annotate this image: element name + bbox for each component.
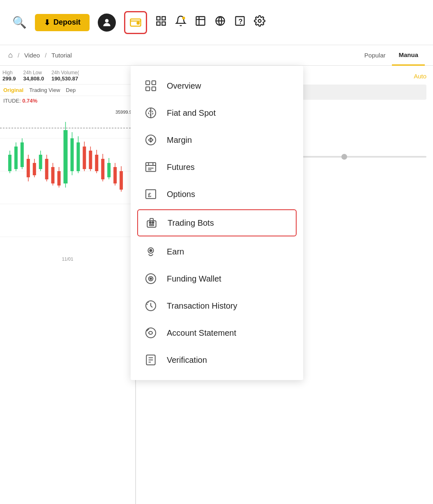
verification-icon xyxy=(143,352,159,368)
tab-original[interactable]: Original xyxy=(3,87,23,93)
svg-text:?: ? xyxy=(239,18,243,25)
menu-item-account-statement[interactable]: Account Statement xyxy=(131,319,303,346)
menu-item-options[interactable]: £ Options xyxy=(131,181,303,208)
svg-rect-4 xyxy=(157,17,160,20)
amplitude-val: 0.74% xyxy=(22,98,37,104)
options-label: Options xyxy=(167,190,195,199)
deposit-label: Deposit xyxy=(53,18,81,27)
svg-rect-63 xyxy=(146,87,150,91)
svg-text:£: £ xyxy=(148,192,151,198)
svg-rect-64 xyxy=(152,87,156,91)
svg-point-89 xyxy=(150,278,152,279)
tab-trading-view[interactable]: Trading View xyxy=(29,87,60,93)
chart-area: High 299.9 24h Low 34,808.0 24h Volume( … xyxy=(0,66,136,504)
chart-tabs: Original Trading View Dep xyxy=(0,85,135,96)
svg-rect-61 xyxy=(146,81,150,85)
menu-item-verification[interactable]: Verification xyxy=(131,346,303,373)
stat-low: 24h Low 34,808.0 xyxy=(23,70,44,82)
tab-dep[interactable]: Dep xyxy=(66,87,76,93)
menu-item-futures[interactable]: Futures xyxy=(131,153,303,181)
volume-label: 24h Volume( xyxy=(51,70,79,76)
deposit-icon: ⬇ xyxy=(44,18,50,27)
tab-manual[interactable]: Manua xyxy=(392,45,425,66)
stat-volume: 24h Volume( 190,530.87 xyxy=(51,70,79,82)
futures-icon xyxy=(143,159,159,175)
amplitude-label: ITUDE: xyxy=(3,98,22,104)
auto-label: Auto xyxy=(414,73,426,80)
earn-icon xyxy=(143,244,159,259)
top-bar-icons: 🔍 ⬇ Deposit xyxy=(12,11,265,34)
menu-item-earn[interactable]: Earn xyxy=(131,238,303,265)
main-area: High 299.9 24h Low 34,808.0 24h Volume( … xyxy=(0,66,433,504)
slider-thumb-right[interactable] xyxy=(341,154,347,160)
funding-wallet-label: Funding Wallet xyxy=(167,274,221,284)
transaction-history-label: Transaction History xyxy=(167,301,237,311)
menu-item-fiat-spot[interactable]: Fiat and Spot xyxy=(131,99,303,126)
breadcrumb-tutorial[interactable]: Tutorial xyxy=(51,52,71,59)
tab-popular[interactable]: Popular xyxy=(358,45,392,66)
account-statement-icon xyxy=(143,325,159,341)
svg-point-86 xyxy=(150,250,152,252)
search-button[interactable]: 🔍 xyxy=(12,16,27,29)
stats-row: High 299.9 24h Low 34,808.0 24h Volume( … xyxy=(0,66,135,85)
amplitude-row: ITUDE: 0.74% xyxy=(0,96,135,105)
svg-point-8 xyxy=(182,17,185,20)
breadcrumb-sep: / xyxy=(18,52,19,59)
svg-rect-62 xyxy=(152,81,156,85)
svg-rect-79 xyxy=(150,222,151,223)
svg-rect-2 xyxy=(137,22,139,24)
overview-label: Overview xyxy=(167,81,201,91)
help-icon[interactable]: ? xyxy=(234,15,246,30)
svg-point-91 xyxy=(146,328,156,338)
verification-label: Verification xyxy=(167,355,207,365)
menu-item-trading-bots[interactable]: Trading Bots xyxy=(137,209,297,236)
options-icon: £ xyxy=(143,186,159,202)
dropdown-menu: Overview Fiat and Spot Mar xyxy=(131,66,303,380)
margin-icon xyxy=(143,132,159,148)
home-icon[interactable]: ⌂ xyxy=(8,51,13,60)
menu-item-margin[interactable]: Margin xyxy=(131,126,303,153)
svg-rect-80 xyxy=(152,222,154,223)
high-val: 299.9 xyxy=(2,76,16,82)
margin-label: Margin xyxy=(167,135,192,145)
top-bar: 🔍 ⬇ Deposit xyxy=(0,0,433,45)
trading-bots-icon xyxy=(144,215,159,231)
settings-icon[interactable] xyxy=(254,15,265,30)
fiat-spot-label: Fiat and Spot xyxy=(167,108,216,118)
menu-item-funding-wallet[interactable]: Funding Wallet xyxy=(131,265,303,292)
fiat-icon xyxy=(143,105,159,121)
low-label: 24h Low xyxy=(23,70,44,76)
profile-icon[interactable] xyxy=(98,14,116,32)
breadcrumb: ⌂ / Video / Tutorial Popular Manua xyxy=(0,45,433,66)
low-val: 34,808.0 xyxy=(23,76,44,82)
transaction-history-icon xyxy=(143,298,159,314)
wallet-button[interactable] xyxy=(124,11,147,34)
menu-item-overview[interactable]: Overview xyxy=(131,72,303,99)
overview-icon xyxy=(143,78,159,94)
svg-rect-9 xyxy=(196,17,205,25)
svg-rect-6 xyxy=(157,22,160,25)
stat-high: High 299.9 xyxy=(2,70,16,82)
high-label: High xyxy=(2,70,16,76)
futures-label: Futures xyxy=(167,163,195,172)
trading-bots-label: Trading Bots xyxy=(168,218,214,228)
breadcrumb-video[interactable]: Video xyxy=(24,52,40,59)
svg-rect-7 xyxy=(162,22,165,25)
trade-icon[interactable] xyxy=(195,15,206,30)
svg-rect-84 xyxy=(150,225,154,226)
earn-label: Earn xyxy=(167,247,184,257)
volume-val: 190,530.87 xyxy=(51,76,79,82)
menu-item-transaction-history[interactable]: Transaction History xyxy=(131,292,303,319)
svg-rect-5 xyxy=(162,17,165,20)
account-statement-label: Account Statement xyxy=(167,328,236,338)
funding-wallet-icon xyxy=(143,271,159,286)
deposit-button[interactable]: ⬇ Deposit xyxy=(35,14,90,31)
notification-icon[interactable] xyxy=(175,15,187,30)
date-label: 11/01 xyxy=(62,257,74,261)
globe-icon[interactable] xyxy=(214,15,226,30)
grid-icon[interactable] xyxy=(155,15,167,30)
candlestick-chart: 35999.90 xyxy=(0,105,135,261)
breadcrumb-sep2: / xyxy=(45,52,46,59)
svg-point-16 xyxy=(258,20,261,23)
svg-rect-78 xyxy=(147,221,156,227)
